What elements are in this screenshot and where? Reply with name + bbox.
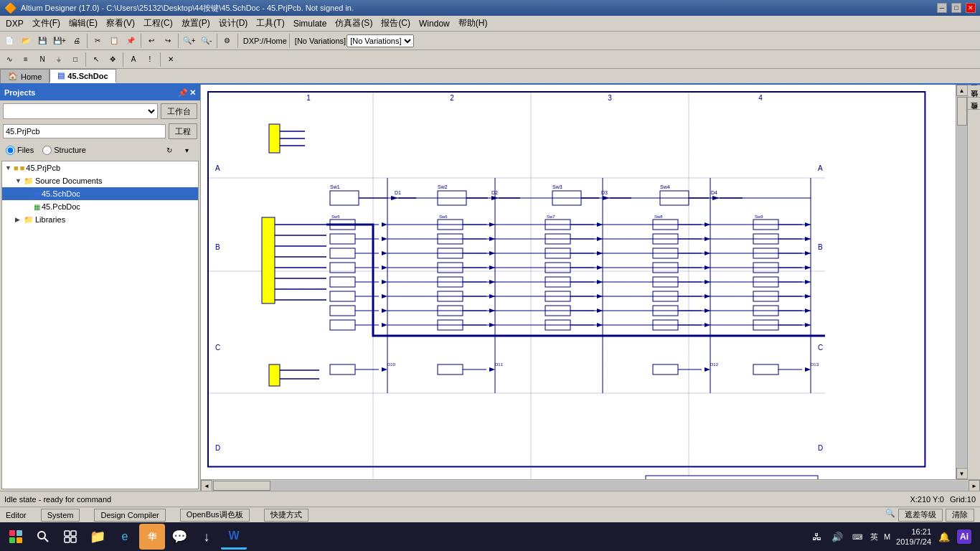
- refresh-icon[interactable]: ↻: [161, 142, 177, 158]
- menu-simulate[interactable]: Simulate: [289, 17, 331, 30]
- maximize-button[interactable]: □: [951, 3, 961, 13]
- edge-taskbar-icon[interactable]: e: [112, 524, 138, 550]
- tree-item-libraries[interactable]: ▶ 📁 Libraries: [2, 213, 198, 226]
- minimize-button[interactable]: ─: [937, 3, 947, 13]
- openbus-button[interactable]: OpenBus调色板: [180, 509, 250, 522]
- tree-item-schdoc[interactable]: ▤ 45.SchDoc: [2, 187, 198, 200]
- horizontal-scrollbar[interactable]: ◄ ►: [201, 479, 980, 491]
- menu-design[interactable]: 设计(D): [215, 16, 253, 31]
- tb-zoom-out[interactable]: 🔍-: [199, 33, 215, 49]
- panel-close-icon[interactable]: ✕: [189, 88, 196, 98]
- tab-home-label: Home: [21, 72, 42, 81]
- tb-save[interactable]: 💾: [34, 33, 50, 49]
- menu-tools[interactable]: 工具(T): [252, 16, 288, 31]
- tb-paste[interactable]: 📌: [123, 33, 138, 49]
- menu-view[interactable]: 察看(V): [102, 16, 139, 31]
- tb-print[interactable]: 🖨: [69, 33, 85, 49]
- tab-schdoc[interactable]: ▤ 45.SchDoc: [50, 69, 116, 83]
- tb-power[interactable]: ⏚: [51, 52, 67, 67]
- scroll-right-button[interactable]: ►: [969, 480, 980, 491]
- more-options-icon[interactable]: ▾: [179, 142, 194, 158]
- scroll-track[interactable]: [957, 97, 967, 467]
- project-button[interactable]: 工程: [169, 123, 197, 139]
- tree-item-source-docs[interactable]: ▼ 📁 Source Documents: [2, 174, 198, 187]
- system-button[interactable]: System: [41, 509, 80, 522]
- tb-open[interactable]: 📂: [18, 33, 34, 49]
- variations-dropdown[interactable]: [No Variations]: [347, 34, 414, 47]
- tb-comp[interactable]: □: [67, 52, 83, 67]
- wechat-taskbar-icon[interactable]: 💬: [166, 524, 192, 550]
- quick-button[interactable]: 快捷方式: [264, 509, 308, 522]
- menu-edit[interactable]: 编辑(E): [65, 16, 102, 31]
- svg-text:2: 2: [450, 94, 454, 102]
- menu-report[interactable]: 报告(C): [377, 16, 415, 31]
- tb-move[interactable]: ✥: [105, 52, 121, 67]
- app-7-taskbar-icon[interactable]: ↓: [194, 524, 220, 550]
- tb-annotate[interactable]: A: [126, 52, 141, 67]
- clear-button[interactable]: 清除: [946, 509, 974, 522]
- file-manager-taskbar-icon[interactable]: 📁: [85, 524, 110, 550]
- volume-icon[interactable]: 🔊: [830, 529, 844, 544]
- scroll-left-button[interactable]: ◄: [201, 480, 212, 491]
- scroll-up-button[interactable]: ▲: [956, 85, 968, 96]
- ime-lang-indicator[interactable]: 英: [870, 532, 878, 542]
- tb-net[interactable]: N: [34, 52, 50, 67]
- tb-delete[interactable]: ✕: [163, 52, 179, 67]
- structure-radio[interactable]: Structure: [42, 146, 86, 155]
- menu-dxp[interactable]: DXP: [1, 17, 28, 30]
- tree-item-pcbdoc[interactable]: ▦ 45.PcbDoc: [2, 200, 198, 213]
- scroll-thumb[interactable]: [957, 97, 967, 126]
- menu-project[interactable]: 工程(C): [139, 16, 177, 31]
- status-bar-right: X:210 Y:0 Grid:10: [910, 495, 976, 504]
- tb-save-all[interactable]: 💾+: [51, 33, 68, 49]
- keyboard-icon[interactable]: ⌨: [850, 529, 864, 544]
- workspace-dropdown[interactable]: [3, 103, 158, 119]
- taskview-taskbar-icon[interactable]: [57, 524, 83, 550]
- h-scroll-thumb[interactable]: [213, 481, 270, 491]
- no-variations-label: [No Variations]: [295, 37, 346, 45]
- tb-zoom-in[interactable]: 🔍+: [181, 33, 198, 49]
- vertical-scrollbar[interactable]: ▲ ▼: [956, 85, 967, 479]
- notification-icon[interactable]: 🔔: [937, 529, 951, 544]
- canvas-container[interactable]: 1 2 3 4 A B C D A B C: [201, 85, 956, 479]
- scroll-down-button[interactable]: ▼: [956, 468, 968, 479]
- workspace-button[interactable]: 工作台: [161, 103, 197, 119]
- side-tab-properties[interactable]: 属性: [968, 85, 980, 97]
- svg-rect-217: [646, 476, 818, 479]
- ai-label[interactable]: Ai: [957, 529, 971, 544]
- tree-item-project[interactable]: ▼ ■ ■ 45.PrjPcb: [2, 161, 198, 174]
- clock-display[interactable]: 16:21 2019/7/24: [896, 527, 931, 547]
- tb-cut[interactable]: ✂: [90, 33, 105, 49]
- ime-mode-indicator[interactable]: M: [884, 532, 890, 541]
- files-radio[interactable]: Files: [6, 146, 34, 155]
- close-button[interactable]: ✕: [966, 3, 976, 13]
- tb-compile[interactable]: ⚙: [220, 33, 235, 49]
- tb-select[interactable]: ↖: [88, 52, 104, 67]
- coverage-level-button[interactable]: 遮差等级: [898, 509, 943, 522]
- tb-copy[interactable]: 📋: [106, 33, 122, 49]
- tb-wire[interactable]: ∿: [1, 52, 17, 67]
- tb-undo[interactable]: ↩: [143, 33, 159, 49]
- side-tab-inspect[interactable]: 检查: [968, 109, 980, 121]
- menu-help[interactable]: 帮助(H): [454, 16, 492, 31]
- menu-file[interactable]: 文件(F): [28, 16, 65, 31]
- app-5-taskbar-icon[interactable]: 华: [139, 524, 165, 550]
- menu-place[interactable]: 放置(P): [177, 16, 215, 31]
- project-search-input[interactable]: [3, 124, 166, 138]
- word-taskbar-icon[interactable]: W: [221, 524, 247, 550]
- menu-simulator[interactable]: 仿真器(S): [331, 16, 377, 31]
- design-compiler-button[interactable]: Design Compiler: [94, 509, 165, 522]
- start-button[interactable]: [3, 524, 29, 550]
- h-scroll-track[interactable]: [213, 481, 968, 491]
- tb-new[interactable]: 📄: [1, 33, 17, 49]
- search-taskbar-icon[interactable]: [30, 524, 56, 550]
- panel-pin-icon[interactable]: 📌: [178, 88, 188, 98]
- menu-window[interactable]: Window: [415, 17, 454, 30]
- tb-bus[interactable]: ≡: [18, 52, 34, 67]
- tab-home[interactable]: 🏠 Home: [0, 69, 50, 83]
- tree-label-schdoc: 45.SchDoc: [42, 189, 80, 198]
- network-icon[interactable]: 🖧: [810, 529, 824, 544]
- tb-erc[interactable]: !: [142, 52, 158, 67]
- tb-redo[interactable]: ↪: [160, 33, 176, 49]
- side-tab-quick[interactable]: 快速: [968, 97, 980, 109]
